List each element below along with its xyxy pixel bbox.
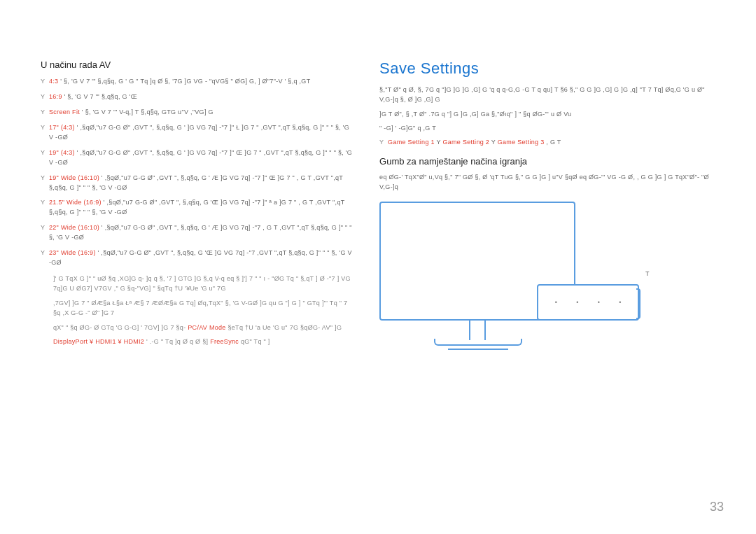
bullet-item: Y Game Setting 1 Y Game Setting 2 Y Game…	[379, 138, 721, 148]
ratio-label: 17" (4:3)	[49, 124, 75, 131]
ratio-label: 23" Wide (16:9)	[49, 249, 96, 256]
bullet-marker: Y	[41, 92, 49, 102]
ratio-label: Screen Fit	[49, 108, 80, 115]
right-column: Save Settings §,"T Ø" q Ø, §, 7G q "]G ]…	[379, 59, 721, 363]
panel-shadow	[636, 288, 640, 319]
t-label: T	[645, 270, 650, 277]
ratio-label: 19" (4:3)	[49, 149, 75, 156]
bullet-marker: Y	[41, 148, 49, 168]
ratio-label: 22" Wide (16:10)	[49, 224, 99, 231]
bullet-item: Y 16:9 ' §, 'G V 7 '" §,q§q, G 'Œ	[41, 92, 354, 102]
monitor-stand-base	[434, 339, 522, 346]
desc-text: " -G] ' -G]G" q ,G T	[379, 123, 721, 133]
monitor-stand-neck	[469, 321, 486, 340]
bullet-marker: Y	[41, 248, 49, 268]
note-text: qX" " §q ØG- Ø GTq 'G G-G] ' 7GV] ]G 7 §…	[53, 323, 354, 332]
bullet-marker: Y	[379, 138, 388, 148]
av-mode-heading: U načinu rada AV	[41, 59, 354, 70]
bullet-item: Y 21.5" Wide (16:9) ' ,§qØ,"u7 G-G Ø" ,G…	[41, 198, 354, 218]
jog-button-panel: • • • •	[537, 284, 639, 321]
key-icon: •	[574, 299, 581, 306]
note-text: ,7GV] ]G 7 " ØÆ§a Ł§a Łª Æ§ 7 ÆØÆ§a G Tq…	[53, 298, 354, 318]
port-labels: DisplayPort ¥ HDMI1 ¥ HDMI2	[53, 338, 144, 345]
gamemode-button-heading: Gumb za namještanje načina igranja	[379, 156, 721, 167]
ratio-label: 4:3	[49, 78, 58, 85]
key-icon: •	[617, 299, 624, 306]
ratio-label: 21.5" Wide (16:9)	[49, 199, 102, 206]
bullet-marker: Y	[41, 198, 49, 218]
game-setting-2: Game Setting 2	[442, 139, 489, 146]
note-text: DisplayPort ¥ HDMI1 ¥ HDMI2 ' .-G " Tq ]…	[53, 337, 354, 346]
monitor-illustration: • • • • T	[379, 202, 638, 363]
bullet-item: Y Screen Fit ' §, 'G V 7 '" V-q,] T §,q§…	[41, 108, 354, 118]
ratio-label: 19" Wide (16:10)	[49, 174, 99, 181]
body-text: eq ØG-' TqX"Ø" u,Vq §," 7" GØ §, Ø 'qT T…	[379, 172, 721, 192]
bullet-item: Y 17" (4:3) ' ,§qØ,"u7 G-G Ø" ,GVT ", §,…	[41, 123, 354, 143]
ratio-label: 16:9	[49, 93, 62, 100]
bullet-marker: Y	[41, 174, 49, 193]
bullet-item: Y 22" Wide (16:10) ' ,§qØ,"u7 G-G Ø" ,GV…	[41, 223, 354, 243]
desc-text: §,"T Ø" q Ø, §, 7G q "]G ]G ]G ,G] G 'q …	[379, 85, 721, 105]
monitor-stand-foot	[448, 346, 508, 350]
page-number: 33	[710, 500, 724, 514]
key-icon: •	[552, 299, 559, 306]
bullet-marker: Y	[41, 123, 49, 143]
bullet-item: Y 19" Wide (16:10) ' ,§qØ,"u7 G-G Ø" ,GV…	[41, 174, 354, 193]
game-setting-3: Game Setting 3	[498, 139, 545, 146]
bullet-item: Y 19" (4:3) ' ,§qØ,"u7 G-G Ø" ,GVT ", §,…	[41, 148, 354, 168]
pcav-mode-label: PC/AV Mode	[188, 324, 225, 331]
freesync-label: FreeSync	[210, 338, 239, 345]
desc-text: ]G T Ø", § ,T Ø" .7G q "] G ]G ,G] Ga §,…	[379, 109, 721, 119]
save-settings-title: Save Settings	[379, 59, 721, 78]
key-icon: •	[595, 299, 602, 306]
note-block: ]' G TqX G ]" " uØ §q ,XG]G q- ]q q §, '…	[53, 274, 354, 346]
bullet-item: Y 23" Wide (16:9) ' ,§qØ,"u7 G-G Ø" ,GVT…	[41, 248, 354, 268]
left-column: U načinu rada AV Y 4:3 ' §, 'G V 7 '" §,…	[41, 59, 354, 363]
game-setting-1: Game Setting 1	[388, 139, 435, 146]
bullet-marker: Y	[41, 77, 49, 87]
bullet-marker: Y	[41, 108, 49, 118]
bullet-item: Y 4:3 ' §, 'G V 7 '" §,q§q, G ' G " Tq ]…	[41, 77, 354, 87]
note-text: ]' G TqX G ]" " uØ §q ,XG]G q- ]q q §, '…	[53, 274, 354, 294]
bullet-marker: Y	[41, 223, 49, 243]
